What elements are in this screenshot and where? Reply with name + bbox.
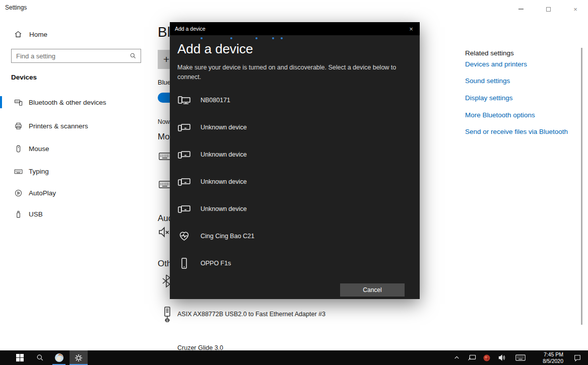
- sidebar-item-typing[interactable]: Typing: [0, 162, 151, 180]
- link-sound-settings[interactable]: Sound settings: [465, 77, 510, 85]
- sidebar-item-label: Typing: [29, 168, 49, 175]
- muted-speaker-icon: [158, 226, 171, 239]
- clock-time: 7:45 PM: [532, 351, 563, 358]
- tray-app-button[interactable]: [480, 350, 494, 365]
- unknown-device-icon: [177, 149, 191, 161]
- cancel-button[interactable]: Cancel: [340, 283, 405, 297]
- device-list-item[interactable]: Cing Cing Bao C21: [170, 223, 420, 250]
- dialog-close-icon[interactable]: ×: [403, 22, 420, 35]
- dialog-heading: Add a device: [177, 41, 253, 57]
- unknown-device-icon: [177, 176, 191, 188]
- device-list-item[interactable]: Unknown device: [170, 114, 420, 141]
- sidebar-item-printers[interactable]: Printers & scanners: [0, 117, 151, 135]
- progress-dot: [201, 37, 203, 39]
- sidebar-section-title: Devices: [11, 74, 37, 81]
- device-name: Unknown device: [201, 205, 247, 212]
- unknown-device-icon: [177, 203, 191, 215]
- device-name: Unknown device: [201, 151, 247, 158]
- keyboard-device-icon: [159, 180, 171, 190]
- device-name: OPPO F1s: [201, 260, 231, 267]
- fitness-band-icon: [177, 230, 191, 242]
- sidebar-item-home[interactable]: Home: [14, 30, 47, 38]
- related-settings-title: Related settings: [465, 49, 514, 57]
- dialog-titlebar[interactable]: Add a device ×: [170, 22, 420, 35]
- taskbar-browser-button[interactable]: [50, 350, 68, 365]
- unknown-device-icon: [177, 121, 191, 133]
- ethernet-adapter-icon: [161, 306, 173, 323]
- sidebar-item-label: Bluetooth & other devices: [29, 99, 106, 106]
- hidden-icons-button[interactable]: [450, 350, 463, 365]
- device-name: Unknown device: [201, 124, 247, 131]
- device-label: ASIX AX88772B USB2.0 to Fast Ethernet Ad…: [177, 311, 325, 318]
- safely-remove-hardware-button[interactable]: [465, 350, 479, 365]
- device-name: Unknown device: [201, 178, 247, 185]
- settings-window: Settings × Home Devices Bluetooth & othe…: [0, 0, 588, 365]
- vertical-scrollbar[interactable]: [581, 48, 582, 325]
- hidden-icons-chevron: [453, 354, 460, 361]
- search-box: [11, 49, 141, 63]
- taskbar-clock[interactable]: 7:45 PM 8/5/2020: [532, 351, 563, 364]
- sidebar-item-label: Printers & scanners: [29, 122, 88, 130]
- sidebar-item-bluetooth[interactable]: Bluetooth & other devices: [0, 93, 151, 111]
- settings-gear-icon: [75, 354, 83, 362]
- progress-dot: [230, 37, 232, 39]
- home-label: Home: [29, 31, 47, 38]
- link-display-settings[interactable]: Display settings: [465, 94, 513, 102]
- device-name: Cing Cing Bao C21: [201, 233, 254, 240]
- device-list-item[interactable]: Unknown device: [170, 195, 420, 223]
- action-center-icon: [573, 354, 581, 362]
- sidebar-item-usb[interactable]: USB: [0, 205, 151, 223]
- autoplay-icon: [14, 189, 23, 197]
- device-list-item[interactable]: Unknown device: [170, 141, 420, 168]
- sidebar-item-autoplay[interactable]: AutoPlay: [0, 184, 151, 202]
- window-controls: ×: [514, 5, 582, 13]
- printer-icon: [14, 122, 23, 130]
- mouse-icon: [14, 144, 23, 153]
- usb-icon: [14, 210, 23, 218]
- bluetooth-devices-icon: [14, 98, 23, 107]
- device-list-item[interactable]: Unknown device: [170, 168, 420, 195]
- dialog-description: Make sure your device is turned on and d…: [177, 63, 400, 82]
- progress-dot: [255, 37, 257, 39]
- sidebar-item-label: Mouse: [29, 145, 49, 153]
- link-devices-and-printers[interactable]: Devices and printers: [465, 60, 527, 68]
- start-button[interactable]: [11, 350, 28, 365]
- sidebar-item-label: USB: [29, 210, 43, 218]
- taskbar-settings-button[interactable]: [70, 350, 88, 365]
- phone-icon: [177, 257, 191, 269]
- device-list-item[interactable]: NB080171: [170, 87, 420, 114]
- add-device-dialog: Add a device × Add a device Make sure yo…: [170, 22, 420, 299]
- action-center-button[interactable]: [569, 350, 585, 365]
- taskbar-search-button[interactable]: [31, 350, 48, 365]
- selection-indicator: [0, 96, 2, 108]
- progress-dot: [272, 37, 274, 39]
- window-title: Settings: [5, 4, 27, 11]
- link-more-bluetooth-options[interactable]: More Bluetooth options: [465, 111, 535, 119]
- plus-icon: +: [163, 53, 169, 65]
- volume-icon: [498, 354, 507, 361]
- device-name: NB080171: [201, 97, 230, 104]
- start-icon: [16, 354, 24, 361]
- link-send-receive-files[interactable]: Send or receive files via Bluetooth: [465, 128, 568, 135]
- search-input[interactable]: [12, 52, 129, 60]
- sidebar-item-label: AutoPlay: [29, 189, 56, 197]
- close-button[interactable]: ×: [569, 5, 582, 13]
- taskbar: 7:45 PM 8/5/2020: [0, 350, 588, 365]
- search-icon: [36, 354, 44, 361]
- volume-button[interactable]: [495, 350, 510, 365]
- computer-icon: [177, 94, 191, 106]
- safely-remove-hardware-icon: [468, 354, 476, 361]
- minimize-button[interactable]: [514, 5, 528, 13]
- tray-app-icon: [483, 354, 490, 361]
- keyboard-icon: [14, 167, 23, 176]
- maximize-button[interactable]: [542, 5, 555, 13]
- touch-keyboard-button[interactable]: [512, 350, 529, 365]
- dialog-titlebar-text: Add a device: [175, 26, 403, 32]
- keyboard-device-icon: [159, 152, 171, 162]
- device-list-item[interactable]: OPPO F1s: [170, 250, 420, 277]
- browser-icon: [54, 353, 64, 362]
- touch-keyboard-icon: [515, 354, 526, 361]
- search-icon[interactable]: [129, 52, 137, 59]
- sidebar-item-mouse[interactable]: Mouse: [0, 139, 151, 158]
- home-icon: [14, 30, 22, 38]
